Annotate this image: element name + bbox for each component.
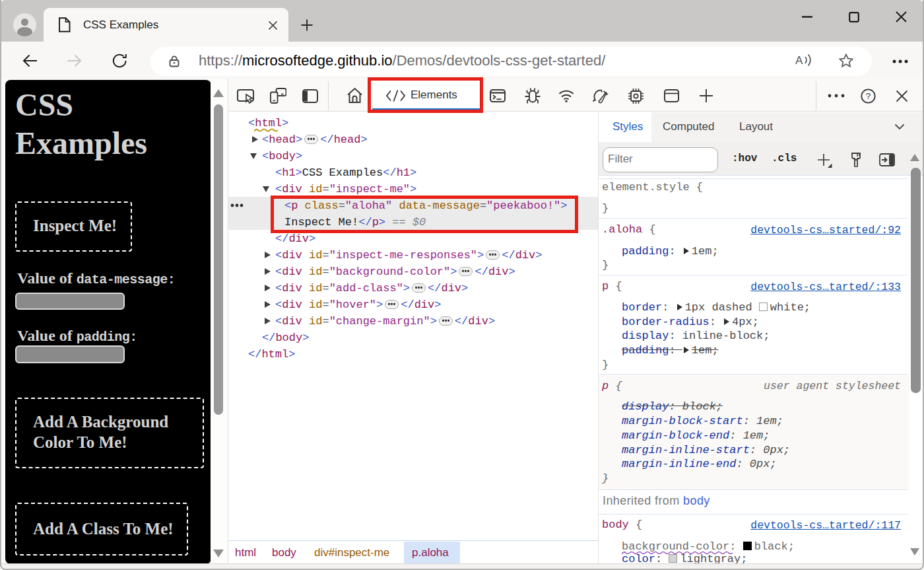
svg-text:?: ? [866, 91, 871, 101]
